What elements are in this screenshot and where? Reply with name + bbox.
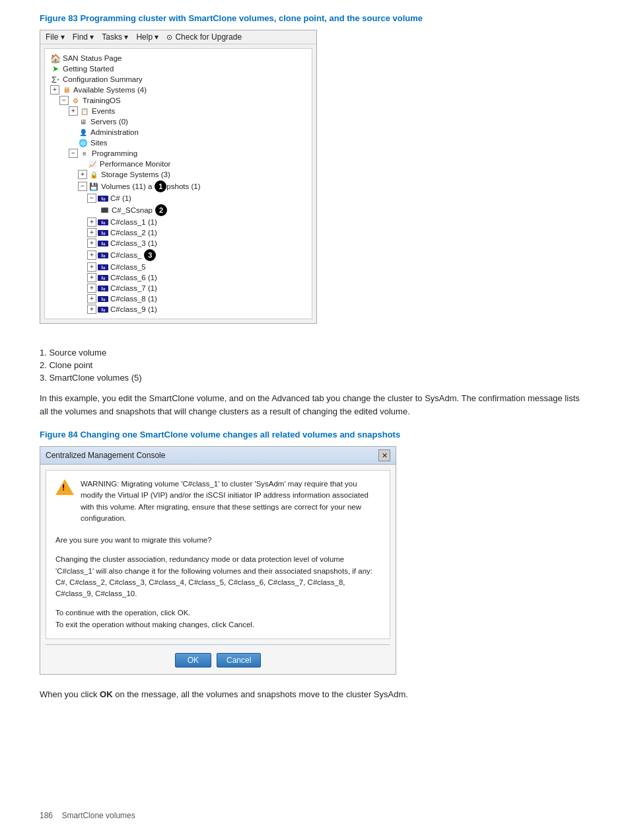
dialog-title: Centralized Management Console: [46, 451, 165, 460]
tree-c-class-4[interactable]: + I₀ C#class_ 3: [50, 248, 306, 262]
tree-c-class-7[interactable]: + I₀ C#class_7 (1): [50, 283, 306, 293]
expand-events[interactable]: +: [69, 106, 78, 116]
dialog-close-button[interactable]: ✕: [378, 449, 390, 461]
events-icon: 📋: [79, 106, 90, 116]
collapse-trainingos[interactable]: −: [59, 96, 69, 105]
tree-perf-monitor[interactable]: 📈 Performance Monitor: [50, 159, 306, 169]
server-icon: 🖥: [78, 117, 88, 126]
expand-c2[interactable]: +: [87, 228, 96, 237]
dialog-continue-text: To continue with the operation, click OK…: [55, 607, 380, 619]
c-class-6-label: C#class_6 (1): [110, 274, 157, 282]
c-class-2-label: C#class_2 (1): [110, 229, 157, 237]
c-class-9-label: C#class_9 (1): [110, 305, 157, 313]
tree-area: 🏠 SAN Status Page ➤ Getting Started Σ+ C…: [44, 48, 312, 319]
expand-c9[interactable]: +: [87, 305, 96, 314]
dialog-buttons: OK Cancel: [40, 649, 396, 674]
programming-label: Programming: [92, 149, 137, 157]
collapse-volumes[interactable]: −: [78, 182, 87, 191]
tree-trainingos[interactable]: − ⚙ TrainingOS: [50, 95, 306, 106]
tree-administration[interactable]: 👤 Administration: [50, 127, 306, 137]
tree-sites[interactable]: 🌐 Sites: [50, 137, 306, 148]
dialog-change-text: Changing the cluster association, redund…: [55, 554, 380, 599]
collapse-c-hash[interactable]: −: [87, 194, 96, 203]
expand-c8[interactable]: +: [87, 294, 96, 303]
tree-c-hash[interactable]: − I₀ C# (1): [50, 193, 306, 204]
perf-monitor-label: Performance Monitor: [100, 160, 170, 168]
tree-c-class-2[interactable]: + I₀ C#class_2 (1): [50, 227, 306, 238]
pc-icon: 🖥: [61, 85, 71, 95]
tree-available-systems[interactable]: + 🖥 Available Systems (4): [50, 85, 306, 95]
expand-c5[interactable]: +: [87, 262, 96, 272]
tree-c-class-8[interactable]: + I₀ C#class_8 (1): [50, 293, 306, 304]
expand-c1[interactable]: +: [87, 217, 96, 227]
programming-icon: ≡: [79, 149, 90, 158]
check-label: Check for Upgrade: [175, 32, 242, 42]
tree-c-class-3[interactable]: + I₀ C#class_3 (1): [50, 238, 306, 248]
tree-c-class-5[interactable]: + I₀ C#class_5: [50, 262, 306, 272]
c-hash-label: C# (1): [110, 194, 131, 202]
warning-line-1: WARNING: Migrating volume 'C#class_1' to…: [81, 478, 380, 524]
ok-button[interactable]: OK: [175, 653, 211, 668]
callout-list: 1. Source volume 2. Clone point 3. Smart…: [40, 348, 590, 383]
callout-2: 2. Clone point: [40, 360, 590, 370]
menu-tasks[interactable]: Tasks ▾: [102, 32, 128, 42]
vol-icon-c3: I₀: [98, 239, 108, 248]
expand-storage[interactable]: +: [78, 170, 87, 179]
footer-text: When you click OK on the message, all th…: [40, 688, 590, 701]
menu-check[interactable]: ⊙ Check for Upgrade: [166, 32, 242, 42]
menu-file[interactable]: File ▾: [46, 32, 65, 42]
expand-c3[interactable]: +: [87, 239, 96, 248]
tree-san-status[interactable]: 🏠 SAN Status Page: [50, 53, 306, 63]
menu-find[interactable]: Find ▾: [73, 32, 94, 42]
dialog-box: Centralized Management Console ✕ WARNING…: [40, 446, 396, 675]
callout-3: 3. SmartClone volumes (5): [40, 373, 590, 383]
sigma-icon: Σ+: [50, 75, 61, 84]
expand-c4[interactable]: +: [87, 250, 96, 260]
dialog-titlebar: Centralized Management Console ✕: [40, 447, 396, 465]
expand-c6[interactable]: +: [87, 273, 96, 282]
menu-help-label: Help ▾: [136, 32, 158, 42]
administration-label: Administration: [90, 128, 139, 136]
tree-config-summary[interactable]: Σ+ Configuration Summary: [50, 74, 306, 85]
expand-available[interactable]: +: [50, 85, 59, 95]
tree-c-scsnap[interactable]: ⬛ C#_SCsnap 2: [50, 204, 306, 217]
tree-servers[interactable]: 🖥 Servers (0): [50, 116, 306, 127]
admin-icon: 👤: [78, 128, 88, 137]
expand-c7[interactable]: +: [87, 284, 96, 293]
config-summary-label: Configuration Summary: [63, 75, 143, 83]
tree-c-class-1[interactable]: + I₀ C#class_1 (1): [50, 217, 306, 227]
dialog-question: Are you sure you want to migrate this vo…: [55, 535, 380, 546]
footer-after: on the message, all the volumes and snap…: [113, 689, 408, 699]
menu-file-label: File ▾: [46, 32, 65, 42]
vol-icon-c5: I₀: [98, 262, 108, 272]
cancel-button[interactable]: Cancel: [217, 653, 261, 668]
trainingos-label: TrainingOS: [83, 96, 121, 104]
menu-help[interactable]: Help ▾: [136, 32, 158, 42]
tree-getting-started[interactable]: ➤ Getting Started: [50, 63, 306, 74]
available-systems-label: Available Systems (4): [73, 86, 147, 94]
c-class-3-label: C#class_3 (1): [110, 239, 157, 247]
menu-find-label: Find ▾: [73, 32, 94, 42]
callout-2-text: 2. Clone point: [40, 360, 92, 370]
tree-c-class-6[interactable]: + I₀ C#class_6 (1): [50, 272, 306, 283]
c-class-7-label: C#class_7 (1): [110, 284, 157, 292]
dialog-warning-row: WARNING: Migrating volume 'C#class_1' to…: [55, 478, 380, 528]
tree-storage-systems[interactable]: + 🔒 Storage Systems (3): [50, 169, 306, 180]
storage-icon: 🔒: [88, 170, 99, 179]
vol-icon-c6: I₀: [98, 273, 108, 282]
volumes-icon: 💾: [88, 182, 99, 191]
dialog-warning-text: WARNING: Migrating volume 'C#class_1' to…: [81, 478, 380, 528]
sites-label: Sites: [90, 139, 108, 147]
menu-tasks-label: Tasks ▾: [102, 32, 128, 42]
volumes-label2: pshots (1): [166, 182, 200, 190]
c-class-8-label: C#class_8 (1): [110, 295, 157, 303]
callout-1: 1. Source volume: [40, 348, 590, 358]
tree-c-class-9[interactable]: + I₀ C#class_9 (1): [50, 304, 306, 315]
c-class-5-label: C#class_5: [110, 263, 146, 271]
tree-programming[interactable]: − ≡ Programming: [50, 148, 306, 159]
collapse-programming[interactable]: −: [69, 149, 78, 158]
tree-volumes[interactable]: − 💾 Volumes (11) a 1 pshots (1): [50, 180, 306, 193]
callout-3-text: 3. SmartClone volumes (5): [40, 373, 142, 383]
tree-events[interactable]: + 📋 Events: [50, 106, 306, 116]
page-section: SmartClone volumes: [61, 811, 135, 820]
